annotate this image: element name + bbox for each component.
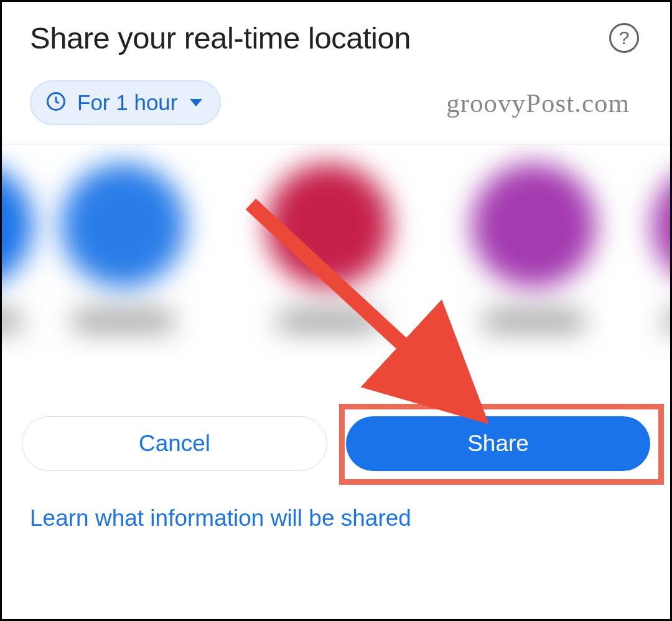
chip-row: For 1 hour groovyPost.com	[2, 68, 670, 144]
watermark-text: groovyPost.com	[446, 88, 630, 118]
dialog-title: Share your real-time location	[30, 21, 411, 55]
dialog-header: Share your real-time location ?	[2, 2, 670, 68]
help-icon[interactable]: ?	[609, 23, 639, 53]
chevron-down-icon	[190, 99, 202, 106]
action-buttons-row: Cancel Share	[2, 399, 670, 483]
contacts-strip[interactable]	[2, 144, 670, 399]
contact-avatar[interactable]	[257, 144, 400, 330]
contact-avatar[interactable]	[462, 144, 605, 330]
duration-label: For 1 hour	[77, 90, 177, 115]
clock-icon	[45, 90, 67, 115]
learn-more-link[interactable]: Learn what information will be shared	[30, 505, 411, 531]
contact-avatar[interactable]	[52, 144, 195, 330]
share-location-dialog: Share your real-time location ? For 1 ho…	[2, 2, 670, 619]
cancel-button[interactable]: Cancel	[22, 416, 327, 471]
duration-chip[interactable]: For 1 hour	[30, 80, 221, 125]
share-button[interactable]: Share	[346, 416, 650, 471]
contact-avatar[interactable]	[643, 144, 670, 330]
contact-avatar[interactable]	[2, 144, 42, 330]
footer: Learn what information will be shared	[2, 483, 670, 544]
